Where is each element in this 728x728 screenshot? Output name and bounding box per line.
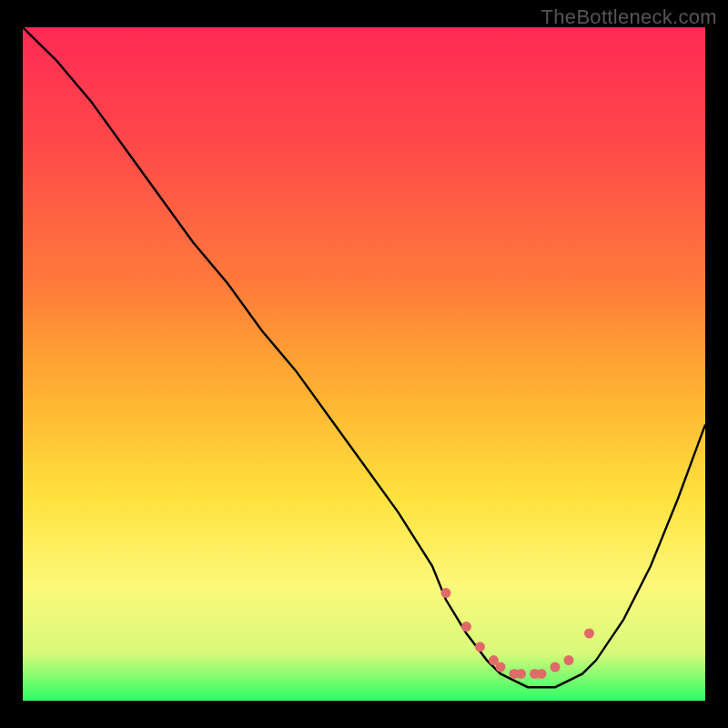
plot-area	[23, 27, 705, 701]
trough-marker	[537, 669, 547, 679]
chart-container: TheBottleneck.com	[0, 0, 728, 728]
trough-marker	[516, 669, 526, 679]
trough-marker	[551, 662, 561, 672]
trough-marker	[496, 662, 506, 672]
trough-marker	[475, 642, 485, 652]
gradient-background	[23, 27, 705, 701]
watermark-text: TheBottleneck.com	[541, 5, 717, 29]
chart-svg	[23, 27, 705, 701]
trough-marker	[461, 622, 471, 632]
trough-marker	[564, 655, 574, 665]
trough-marker	[441, 588, 451, 598]
trough-marker	[584, 629, 594, 639]
